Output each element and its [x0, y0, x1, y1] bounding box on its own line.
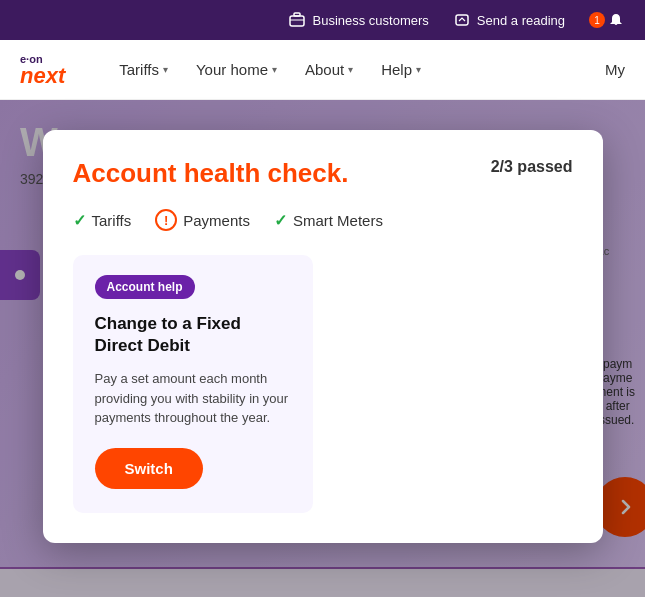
nav-tariffs-label: Tariffs [119, 61, 159, 78]
nav-item-your-home[interactable]: Your home ▾ [182, 40, 291, 100]
top-bar: Business customers Send a reading 1 [0, 0, 645, 40]
chevron-down-icon: ▾ [348, 64, 353, 75]
chevron-down-icon: ▾ [163, 64, 168, 75]
check-payments: ! Payments [155, 209, 250, 231]
check-smart-meters: ✓ Smart Meters [274, 211, 383, 230]
meter-icon [453, 11, 471, 29]
switch-button[interactable]: Switch [95, 448, 203, 489]
nav-item-help[interactable]: Help ▾ [367, 40, 435, 100]
chevron-down-icon: ▾ [272, 64, 277, 75]
notification-count: 1 [589, 12, 605, 28]
logo[interactable]: e·on next [20, 53, 65, 87]
modal-header: Account health check. 2/3 passed [73, 158, 573, 189]
check-tariffs: ✓ Tariffs [73, 211, 132, 230]
nav-item-tariffs[interactable]: Tariffs ▾ [105, 40, 182, 100]
check-pass-icon-2: ✓ [274, 211, 287, 230]
business-customers-link[interactable]: Business customers [288, 11, 428, 29]
modal-title: Account health check. [73, 158, 349, 189]
my-account-link[interactable]: My [605, 61, 625, 78]
briefcase-icon [288, 11, 306, 29]
nav-about-label: About [305, 61, 344, 78]
nav-items: Tariffs ▾ Your home ▾ About ▾ Help ▾ [105, 40, 605, 100]
check-smart-meters-label: Smart Meters [293, 212, 383, 229]
card-tag: Account help [95, 275, 195, 299]
chevron-down-icon: ▾ [416, 64, 421, 75]
notifications[interactable]: 1 [589, 11, 625, 29]
nav-your-home-label: Your home [196, 61, 268, 78]
modal-overlay: Account health check. 2/3 passed ✓ Tarif… [0, 100, 645, 597]
account-health-modal: Account health check. 2/3 passed ✓ Tarif… [43, 130, 603, 543]
business-customers-label: Business customers [312, 13, 428, 28]
recommendation-card: Account help Change to a Fixed Direct De… [73, 255, 313, 513]
warning-icon: ! [155, 209, 177, 231]
bell-icon [607, 11, 625, 29]
check-pass-icon: ✓ [73, 211, 86, 230]
card-title: Change to a Fixed Direct Debit [95, 313, 291, 357]
check-payments-label: Payments [183, 212, 250, 229]
send-reading-label: Send a reading [477, 13, 565, 28]
check-tariffs-label: Tariffs [92, 212, 132, 229]
nav-bar: e·on next Tariffs ▾ Your home ▾ About ▾ … [0, 40, 645, 100]
nav-item-about[interactable]: About ▾ [291, 40, 367, 100]
send-reading-link[interactable]: Send a reading [453, 11, 565, 29]
passed-badge: 2/3 passed [491, 158, 573, 176]
svg-rect-3 [456, 15, 468, 25]
nav-help-label: Help [381, 61, 412, 78]
svg-rect-1 [290, 16, 304, 26]
card-description: Pay a set amount each month providing yo… [95, 369, 291, 428]
logo-next: next [20, 65, 65, 87]
checks-row: ✓ Tariffs ! Payments ✓ Smart Meters [73, 209, 573, 231]
